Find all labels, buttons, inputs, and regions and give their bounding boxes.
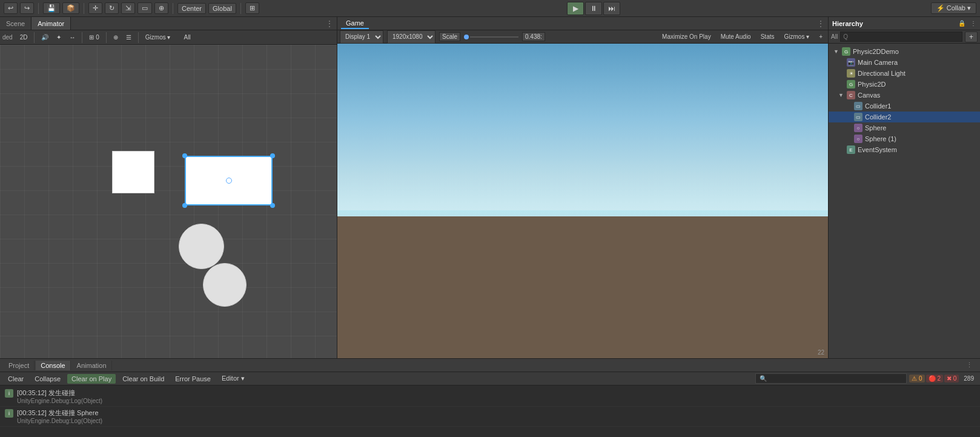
grid-button[interactable]: ⊞ [245,2,259,14]
scene-sep-2 [82,32,82,43]
hierarchy-item-physic2ddemo[interactable]: ▼ G Physic2DDemo [829,46,980,57]
sphere1-icon: ○ [854,135,862,143]
tab-game[interactable]: Game [341,18,369,29]
scene-grid-btn[interactable]: ⊞ 0 [86,33,102,42]
game-viewport[interactable]: 22 [337,44,828,358]
physic2d-icon: G [847,80,855,88]
bottom-tab-bar: Project Console Animation ⋮ [0,359,980,372]
scale-track[interactable] [470,36,518,38]
right-panel: Hierarchy 🔒 ⋮ All + ▼ G Physic2DDemo 📷 M… [829,17,980,358]
scene-tab-bar: Scene Animator ⋮ [0,17,337,30]
hierarchy-more[interactable]: ⋮ [970,20,976,27]
build-button[interactable]: 📦 [62,2,79,14]
resolution-select[interactable]: 1920x1080 [387,30,435,44]
collider1-icon: ▭ [854,102,862,110]
collab-button[interactable]: ⚡ Collab ▾ [931,2,976,14]
hierarchy-item-collider1[interactable]: ▭ Collider1 [829,101,980,112]
scene-canvas[interactable] [0,45,337,358]
tab-console[interactable]: Console [36,361,70,370]
hierarchy-item-sphere1[interactable]: ○ Sphere (1) [829,133,980,144]
console-error-pause-btn[interactable]: Error Pause [171,374,215,384]
scene-circle-1[interactable] [179,224,224,269]
eventsystem-icon: E [847,145,855,154]
scene-all-btn[interactable]: All [181,33,194,42]
tab-scene[interactable]: Scene [0,17,31,30]
display-select[interactable]: Display 1 [340,30,383,44]
step-button[interactable]: ⏭ [603,2,620,15]
game-gizmos-btn[interactable]: Gizmos ▾ [781,32,812,41]
scale-slider-container [464,35,518,39]
console-clear-build-btn[interactable]: Clear on Build [118,374,168,384]
scene-rect-selected[interactable] [185,156,273,205]
scene-square-obj[interactable] [112,151,154,193]
bottom-more[interactable]: ⋮ [962,361,976,369]
redo-button[interactable]: ↪ [20,2,34,14]
scene-layer-btn[interactable]: ☰ [123,33,134,42]
hierarchy-item-directional-light[interactable]: ☀ Directional Light [829,68,980,79]
global-button[interactable]: Global [208,3,236,14]
console-clear-play-btn[interactable]: Clear on Play [67,374,116,384]
hierarchy-item-collider2[interactable]: ▭ Collider2 [829,112,980,122]
move-tool[interactable]: ✛ [88,2,102,14]
main-camera-icon: 📷 [847,58,855,67]
scale-value: 0.438: [522,32,545,41]
center-button[interactable]: Center [177,3,206,14]
console-entry-0[interactable]: i [00:35:12] 发生碰撞 UnityEngine.Debug:Log(… [0,387,980,407]
hierarchy-item-main-camera[interactable]: 📷 Main Camera [829,57,980,68]
rect-tool[interactable]: ▭ [137,2,152,14]
scale-tool[interactable]: ⇲ [121,2,135,14]
game-panel-more[interactable]: ⋮ [817,19,824,28]
save-button[interactable]: 💾 [43,2,60,14]
badge-errors2: ✖ 0 [944,375,959,382]
console-collapse-btn[interactable]: Collapse [30,374,65,384]
handle-tl[interactable] [182,153,187,158]
tab-project[interactable]: Project [4,361,35,370]
hierarchy-item-eventsystem[interactable]: E EventSystem [829,144,980,155]
handle-tr[interactable] [270,153,275,158]
play-button[interactable]: ▶ [567,2,584,15]
game-add-btn[interactable]: + [816,32,826,41]
scene-fx-btn[interactable]: ✦ [53,33,64,42]
hierarchy-lock-icon[interactable]: 🔒 [958,20,965,27]
hierarchy-item-canvas[interactable]: ▼ C Canvas [829,90,980,101]
console-search-input[interactable] [755,373,907,384]
scene-panel-more[interactable]: ⋮ [322,19,337,28]
console-entry-0-main: i [00:35:12] 发生碰撞 [5,389,975,398]
hierarchy-add-btn[interactable]: + [965,32,978,42]
game-sky [337,44,828,232]
rotate-tool[interactable]: ↻ [105,2,119,14]
sphere-label: Sphere [865,124,886,132]
scene-circle-2[interactable] [203,263,247,307]
tab-animation[interactable]: Animation [72,361,112,370]
mute-btn[interactable]: Mute Audio [718,32,754,41]
tab-animator[interactable]: Animator [31,17,71,30]
scale-knob [464,35,469,39]
toolbar-sep-3 [173,3,173,14]
scene-sep [34,32,35,43]
transform-tool[interactable]: ⊕ [154,2,168,14]
scene-audio-btn[interactable]: 🔊 [38,33,51,42]
hierarchy-item-physic2d[interactable]: G Physic2D [829,79,980,90]
canvas-label: Canvas [858,92,880,99]
bottom-panel: Project Console Animation ⋮ Clear Collap… [0,358,980,437]
scene-gizmos-btn[interactable]: Gizmos ▾ [142,33,174,42]
console-entry-1[interactable]: i [00:35:12] 发生碰撞 Sphere UnityEngine.Deb… [0,407,980,427]
hierarchy-search-input[interactable] [840,32,962,42]
stats-btn[interactable]: Stats [758,32,778,41]
scene-sep-3 [106,32,107,43]
scene-nav-btn[interactable]: ↔ [66,33,78,42]
scene-2d-btn[interactable]: 2D [17,33,31,42]
console-editor-btn[interactable]: Editor ▾ [217,373,249,384]
handle-br[interactable] [270,203,275,208]
maximize-btn[interactable]: Maximize On Play [659,32,714,41]
badge-errors: 🔴 2 [926,375,943,382]
undo-button[interactable]: ↩ [4,2,18,14]
hierarchy-tab-label[interactable]: Hierarchy [832,20,863,27]
center-panel: Game ⋮ Display 1 1920x1080 Scale 0.438: … [337,17,829,358]
scene-snap-btn[interactable]: ⊕ [110,33,121,42]
hierarchy-item-sphere[interactable]: ○ Sphere [829,122,980,133]
handle-bl[interactable] [182,203,187,208]
main-camera-label: Main Camera [858,59,898,66]
console-clear-btn[interactable]: Clear [4,374,28,384]
pause-button[interactable]: ⏸ [585,2,602,15]
